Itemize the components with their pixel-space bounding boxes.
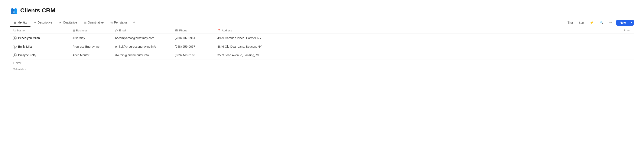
cell-phone-1: (248) 959-0057 xyxy=(172,43,215,50)
tab-qualitative[interactable]: ★ Qualitative xyxy=(56,19,80,27)
avatar-icon-0 xyxy=(13,36,16,40)
cell-name-text-0: Beccalynn Milan xyxy=(18,36,40,40)
new-button-label: New xyxy=(616,21,629,24)
add-row-plus-icon: + xyxy=(13,61,14,64)
email-col-icon: @ xyxy=(115,29,118,32)
col-header-actions: + ··· xyxy=(621,28,634,32)
calculate-label: Calculate ▾ xyxy=(13,67,27,71)
clients-crm-icon: 👥 xyxy=(10,7,18,14)
cell-name-text-2: Dwayne Felty xyxy=(18,53,36,57)
tabs-toolbar: ▦ Identity ✦ Descriptive ★ Qualitative ▤… xyxy=(10,18,634,27)
tab-per-status-label: Per status xyxy=(114,21,128,24)
cell-business-0: Arketmay xyxy=(70,34,112,42)
col-header-business-label: Business xyxy=(76,29,87,32)
filter-label: Filter xyxy=(566,21,573,24)
col-header-address-label: Address xyxy=(222,29,232,32)
cell-phone-0: (730) 737-9961 xyxy=(172,34,215,42)
per-status-tab-icon: ◎ xyxy=(110,21,113,24)
phone-col-icon: ☎ xyxy=(175,29,178,32)
new-button[interactable]: New ▾ xyxy=(616,20,634,26)
col-header-email: @ Email xyxy=(112,29,172,32)
app-container: 👥 Clients CRM ▦ Identity ✦ Descriptive ★… xyxy=(0,0,644,168)
col-header-email-label: Email xyxy=(119,29,126,32)
cell-name-1: Emily Milan xyxy=(10,43,70,51)
col-header-name-label: Name xyxy=(17,29,25,32)
search-button[interactable]: 🔍 xyxy=(598,20,605,25)
table-row[interactable]: Beccalynn Milan Arketmay beccmiyamot@ark… xyxy=(10,34,634,42)
tab-identity[interactable]: ▦ Identity xyxy=(10,19,30,27)
tab-quantitative[interactable]: ▤ Quantitative xyxy=(80,19,107,27)
add-tab-button[interactable]: + xyxy=(131,18,138,27)
toolbar-right: Filter Sort ⚡ 🔍 ··· New ▾ xyxy=(565,20,634,26)
cell-email-2: dw.rain@arvinmeritor.info xyxy=(112,51,172,59)
page-title: Clients CRM xyxy=(20,7,56,14)
col-header-more-icon[interactable]: ··· xyxy=(627,29,630,32)
table-row[interactable]: Emily Milan Progress Energy Inc. emi.ci@… xyxy=(10,42,634,51)
name-col-icon: Aa xyxy=(13,29,16,32)
svg-point-1 xyxy=(14,46,15,47)
new-button-chevron-icon[interactable]: ▾ xyxy=(629,21,634,24)
tab-qualitative-label: Qualitative xyxy=(63,21,77,24)
svg-point-2 xyxy=(14,54,15,55)
avatar-icon-2 xyxy=(13,53,16,57)
table-header: Aa Name ▦ Business @ Email ☎ Phone 📍 Add… xyxy=(10,27,634,34)
descriptive-tab-icon: ✦ xyxy=(34,21,36,24)
add-row-label: New xyxy=(16,61,21,64)
col-header-address: 📍 Address xyxy=(215,29,621,32)
avatar-icon-1 xyxy=(13,45,16,48)
cell-name-0: Beccalynn Milan xyxy=(10,34,70,42)
col-header-business: ▦ Business xyxy=(70,29,112,32)
sort-label: Sort xyxy=(578,21,584,24)
filter-button[interactable]: Filter xyxy=(565,20,574,25)
tab-descriptive[interactable]: ✦ Descriptive xyxy=(30,19,56,27)
svg-point-0 xyxy=(14,37,15,38)
col-header-phone: ☎ Phone xyxy=(172,29,215,32)
cell-email-0: beccmiyamot@arketmay.com xyxy=(112,34,172,42)
table-row[interactable]: Dwayne Felty Arvin Meritor dw.rain@arvin… xyxy=(10,51,634,59)
quantitative-tab-icon: ▤ xyxy=(84,21,86,24)
tab-identity-label: Identity xyxy=(18,21,27,24)
table: Aa Name ▦ Business @ Email ☎ Phone 📍 Add… xyxy=(10,27,634,72)
cell-name-text-1: Emily Milan xyxy=(18,45,34,48)
table-body: Beccalynn Milan Arketmay beccmiyamot@ark… xyxy=(10,34,634,59)
sort-button[interactable]: Sort xyxy=(577,20,586,25)
more-options-button[interactable]: ··· xyxy=(608,20,613,25)
lightning-button[interactable]: ⚡ xyxy=(588,20,595,25)
tab-descriptive-label: Descriptive xyxy=(38,21,52,24)
col-header-name: Aa Name xyxy=(10,29,70,32)
business-col-icon: ▦ xyxy=(72,29,75,32)
cell-business-2: Arvin Meritor xyxy=(70,51,112,59)
cell-address-2: 3589 John Avenue, Lansing, MI xyxy=(215,51,634,59)
page-title-row: 👥 Clients CRM xyxy=(10,7,634,14)
cell-email-1: emi.ci@progressenergyinc.info xyxy=(112,43,172,50)
add-row-button[interactable]: + New xyxy=(10,59,634,66)
cell-name-2: Dwayne Felty xyxy=(10,51,70,59)
tabs-left: ▦ Identity ✦ Descriptive ★ Qualitative ▤… xyxy=(10,18,138,27)
cell-business-1: Progress Energy Inc. xyxy=(70,43,112,50)
qualitative-tab-icon: ★ xyxy=(59,21,62,24)
tab-quantitative-label: Quantitative xyxy=(88,21,104,24)
cell-phone-2: (969) 449-0168 xyxy=(172,51,215,59)
address-col-icon: 📍 xyxy=(217,29,221,32)
tab-per-status[interactable]: ◎ Per status xyxy=(107,19,131,27)
add-col-icon[interactable]: + xyxy=(624,28,626,32)
col-header-phone-label: Phone xyxy=(179,29,187,32)
identity-tab-icon: ▦ xyxy=(14,21,16,24)
cell-address-0: 4929 Camden Place, Carmel, NY xyxy=(215,34,634,42)
calculate-button[interactable]: Calculate ▾ xyxy=(10,66,634,72)
cell-address-1: 4846 Old Dear Lane, Beacon, NY xyxy=(215,43,634,50)
